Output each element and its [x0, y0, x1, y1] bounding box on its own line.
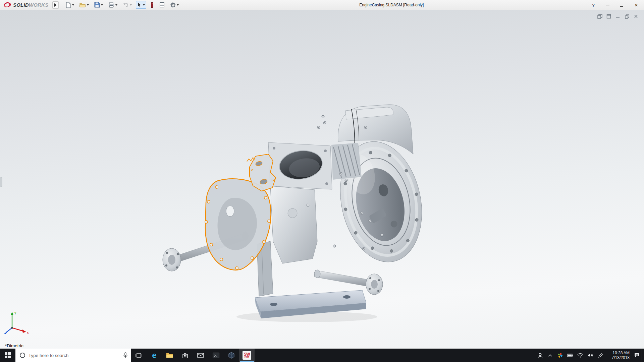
- title-bar: SOLIDWORKS: [0, 0, 644, 10]
- doc-cascade-button[interactable]: [596, 13, 603, 19]
- doc-restore-button[interactable]: [624, 13, 630, 19]
- people-button[interactable]: [535, 349, 545, 362]
- select-tool-button[interactable]: [136, 1, 146, 9]
- y-axis-label: Y: [14, 311, 17, 315]
- z-axis-arrow-icon: [4, 331, 7, 334]
- doc-minimize-button[interactable]: [614, 13, 621, 19]
- solidworks-window: SOLIDWORKS: [0, 0, 644, 362]
- speaker-icon: [588, 353, 593, 358]
- minimize-icon: [606, 5, 609, 5]
- solidworks-logo: SOLIDWORKS: [0, 2, 51, 8]
- undo-button[interactable]: [121, 1, 133, 8]
- command-prompt-icon: [213, 353, 219, 358]
- mail-icon: [197, 353, 204, 358]
- doc-close-button[interactable]: [633, 13, 639, 19]
- show-desktop-button[interactable]: [642, 349, 644, 362]
- cooling-fins: [331, 143, 362, 180]
- solidworks-2017-icon: SW 2017: [243, 351, 251, 360]
- wifi-icon: [577, 353, 583, 358]
- save-floppy-icon: [94, 2, 100, 8]
- y-axis-arrow-icon: [11, 312, 13, 315]
- dropdown-caret-icon: [72, 4, 74, 6]
- dropdown-caret-icon: [143, 4, 145, 6]
- dark-cube-app-icon: [228, 352, 235, 359]
- chevron-up-icon: [548, 354, 552, 357]
- microphone-icon[interactable]: [123, 352, 128, 358]
- task-view-icon: [136, 352, 142, 358]
- view-orientation-label: *Dimetric: [5, 343, 23, 348]
- edge-icon: e: [152, 351, 156, 359]
- new-document-icon: [65, 2, 71, 8]
- window-title: EngineCasing.SLDASM [Read-only]: [359, 0, 424, 10]
- defender-pinwheel-icon: [557, 353, 563, 358]
- store-icon: [182, 352, 188, 359]
- taskbar-app-edge[interactable]: e: [147, 349, 162, 362]
- task-view-button[interactable]: [131, 349, 147, 362]
- action-center-icon: [634, 353, 640, 358]
- open-button[interactable]: [78, 1, 90, 9]
- dropdown-caret-icon: [115, 4, 117, 6]
- file-properties-button[interactable]: [158, 1, 166, 9]
- dropdown-caret-icon: [101, 4, 103, 6]
- defender-button[interactable]: [555, 349, 565, 362]
- pen-icon: [598, 353, 603, 358]
- taskbar-clock[interactable]: 10:28 AM 7/13/2018: [605, 349, 632, 362]
- start-button[interactable]: [0, 349, 15, 362]
- orientation-triad: Y x: [3, 309, 33, 335]
- new-document-button[interactable]: [64, 1, 75, 9]
- hidden-icons-button[interactable]: [545, 349, 555, 362]
- people-icon: [537, 353, 543, 358]
- engine-casing-model[interactable]: [0, 10, 644, 349]
- select-cursor-icon: [137, 2, 142, 8]
- action-center-button[interactable]: [632, 349, 642, 362]
- window-controls: ? ✕: [586, 0, 644, 10]
- battery-icon: [567, 354, 573, 357]
- minimize-button[interactable]: [600, 0, 614, 10]
- file-explorer-icon: [166, 352, 173, 358]
- dropdown-caret-icon: [177, 4, 179, 6]
- xpress-products-button[interactable]: [149, 1, 155, 9]
- taskbar-app-store[interactable]: [177, 349, 193, 362]
- system-tray: 10:28 AM 7/13/2018: [535, 349, 644, 362]
- clock-date: 7/13/2018: [612, 355, 630, 360]
- clock-time: 10:28 AM: [612, 351, 630, 355]
- battery-button[interactable]: [565, 349, 575, 362]
- feature-tree-collapse-handle[interactable]: [0, 177, 2, 187]
- x-axis-label: x: [27, 330, 29, 335]
- windows-logo-icon: [5, 352, 11, 358]
- windows-ink-button[interactable]: [595, 349, 605, 362]
- menu-flyout-button[interactable]: [52, 1, 59, 9]
- network-button[interactable]: [575, 349, 585, 362]
- flyout-arrow-icon: [54, 3, 57, 7]
- properties-sheet-icon: [159, 2, 165, 8]
- taskbar-app-solidworks[interactable]: SW 2017: [239, 349, 255, 362]
- taskbar: Type here to search e: [0, 349, 644, 362]
- taskbar-search[interactable]: Type here to search: [15, 349, 131, 362]
- print-button[interactable]: [107, 1, 119, 9]
- dropdown-caret-icon: [87, 4, 89, 6]
- right-shaft-part[interactable]: [314, 270, 383, 295]
- maximize-button[interactable]: [614, 0, 629, 10]
- document-window-controls: [596, 13, 639, 19]
- cortana-icon: [19, 352, 25, 358]
- taskbar-app-file-explorer[interactable]: [162, 349, 177, 362]
- taskbar-spacer: [255, 349, 535, 362]
- doc-properties-button[interactable]: [605, 13, 612, 19]
- taskbar-app-command-prompt[interactable]: [208, 349, 224, 362]
- save-button[interactable]: [93, 1, 104, 9]
- volume-button[interactable]: [585, 349, 595, 362]
- open-folder-icon: [79, 2, 86, 8]
- taskbar-app-dark[interactable]: [224, 349, 239, 362]
- undo-arrow-icon: [123, 2, 129, 7]
- taskbar-app-mail[interactable]: [193, 349, 208, 362]
- search-placeholder: Type here to search: [29, 353, 120, 358]
- ds-logo-icon: [3, 2, 12, 8]
- close-button[interactable]: ✕: [629, 0, 644, 10]
- quick-access-toolbar: [64, 1, 180, 9]
- printer-icon: [108, 2, 114, 8]
- brand-text: SOLIDWORKS: [13, 2, 48, 8]
- graphics-area[interactable]: Y x *Dimetric: [0, 10, 644, 349]
- help-button[interactable]: ?: [586, 0, 600, 10]
- options-button[interactable]: [169, 1, 180, 9]
- dropdown-caret-icon: [130, 4, 132, 6]
